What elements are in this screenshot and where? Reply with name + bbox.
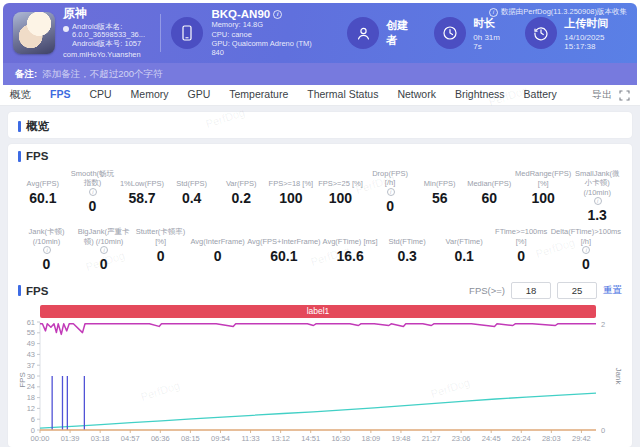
- metric-cell: SmallJank(微小卡顿) (/10min)i1.3: [572, 169, 622, 223]
- tab-Memory[interactable]: Memory: [131, 88, 169, 102]
- svg-text:29:42: 29:42: [572, 434, 591, 443]
- metric-label: MedRange(FPS)[%]: [515, 169, 571, 188]
- export-button[interactable]: 导出: [592, 88, 612, 102]
- metric-label: Std(FPS): [168, 169, 216, 188]
- series-InterFrame: [40, 393, 596, 428]
- metric-cell: Delta(FTime)>100ms [/h]i0: [550, 227, 622, 272]
- info-icon[interactable]: i: [43, 246, 51, 254]
- svg-text:06:36: 06:36: [151, 434, 170, 443]
- tab-概览[interactable]: 概览: [10, 88, 31, 102]
- phone-icon: [171, 17, 203, 49]
- metric-cell: BigJank(严重卡顿) (/10min)i0: [75, 227, 132, 272]
- metric-value: 0.1: [437, 248, 492, 264]
- tab-Battery[interactable]: Battery: [524, 88, 557, 102]
- chart-label-bar: label1: [40, 305, 596, 318]
- metric-cell: Min(FPS)56: [415, 169, 465, 223]
- info-icon[interactable]: i: [582, 246, 590, 254]
- metric-value: 0.3: [380, 248, 435, 264]
- metric-cell: 1%Low(FPS)58.7: [117, 169, 167, 223]
- metric-cell: FPS>=25 [%]100: [316, 169, 366, 223]
- svg-text:0: 0: [601, 425, 605, 434]
- device-info-icon[interactable]: i: [273, 10, 282, 19]
- device-cpu: CPU: canoe: [211, 30, 325, 39]
- fullscreen-icon[interactable]: [619, 90, 630, 101]
- metric-value: 1.3: [573, 207, 621, 223]
- perfdog-report-page: 原神 Android版本名: 6.0.0_36598533_36... Andr…: [0, 0, 640, 447]
- svg-text:19:48: 19:48: [392, 434, 411, 443]
- metric-value: 100: [515, 190, 571, 206]
- metric-label: Min(FPS): [416, 169, 464, 188]
- metric-value: 0: [19, 256, 74, 272]
- svg-text:11:33: 11:33: [241, 434, 259, 443]
- info-icon: i: [489, 8, 498, 17]
- svg-text:12: 12: [27, 404, 35, 413]
- perfdog-version-note: i 数据由PerfDog(11.3.250908)版本收集: [489, 7, 627, 17]
- threshold-label: FPS(>=): [469, 285, 505, 296]
- upload-time-block: 上传时间 14/10/2025 15:17:38: [525, 16, 627, 51]
- metric-value: 0: [366, 198, 414, 214]
- metric-label: Median(FPS): [465, 169, 513, 188]
- metric-value: 56: [416, 190, 464, 206]
- svg-text:FPS: FPS: [18, 372, 27, 388]
- tab-Temperature[interactable]: Temperature: [229, 88, 288, 102]
- metric-value: 58.7: [118, 190, 166, 206]
- metric-label: FTime>=100ms [%]: [494, 227, 549, 246]
- metric-label: Avg(FPS+InterFrame): [247, 227, 320, 246]
- tab-FPS[interactable]: FPS: [50, 88, 70, 102]
- metric-value: 60.1: [19, 190, 67, 206]
- duration-value: 0h 31m 7s: [473, 33, 503, 51]
- tab-GPU[interactable]: GPU: [188, 88, 211, 102]
- metric-label: BigJank(严重卡顿) (/10min)i: [76, 227, 131, 254]
- svg-text:37: 37: [27, 361, 35, 370]
- metric-value: 0: [69, 198, 117, 214]
- fps-chart-header: FPS FPS(>=) 重置: [18, 281, 622, 301]
- metric-label: Delta(FTime)>100ms [/h]i: [551, 227, 621, 254]
- device-info-block: BKQ-AN90i Memory: 14.8G CPU: canoe GPU: …: [171, 8, 325, 58]
- clock-icon: [434, 17, 466, 49]
- metric-label: FPS>=18 [%]: [267, 169, 315, 188]
- metric-value: 0.4: [168, 190, 216, 206]
- info-icon[interactable]: i: [100, 246, 108, 254]
- tab-CPU[interactable]: CPU: [89, 88, 111, 102]
- svg-text:18: 18: [27, 393, 35, 402]
- info-icon[interactable]: i: [387, 188, 395, 196]
- metric-cell: Avg(FPS)60.1: [18, 169, 68, 223]
- svg-text:23:06: 23:06: [452, 434, 471, 443]
- reset-link[interactable]: 重置: [603, 284, 622, 297]
- metric-label: Avg(FPS): [19, 169, 67, 188]
- info-icon[interactable]: i: [594, 197, 602, 205]
- metric-value: 0: [190, 248, 245, 264]
- threshold-low-input[interactable]: [511, 282, 551, 299]
- creator-block: 创建者: [347, 17, 412, 49]
- metric-cell: Var(FTime)0.1: [436, 227, 493, 272]
- metric-value: 60: [465, 190, 513, 206]
- svg-text:14:51: 14:51: [301, 434, 320, 443]
- app-info-block: 原神 Android版本名: 6.0.0_36598533_36... Andr…: [13, 7, 150, 59]
- upload-time-label: 上传时间: [564, 16, 627, 31]
- metric-cell: MedRange(FPS)[%]100: [514, 169, 572, 223]
- info-icon[interactable]: i: [89, 188, 97, 196]
- threshold-high-input[interactable]: [557, 282, 597, 299]
- tab-Brightness[interactable]: Brightness: [455, 88, 505, 102]
- metric-value: 0.2: [217, 190, 265, 206]
- metric-label: Smooth(畅玩指数)i: [69, 169, 117, 196]
- metric-cell: Median(FPS)60: [464, 169, 514, 223]
- metric-label: Avg(FTime) [ms]: [323, 227, 378, 246]
- tab-Thermal Status[interactable]: Thermal Status: [307, 88, 378, 102]
- svg-text:26:24: 26:24: [512, 434, 531, 443]
- tab-Network[interactable]: Network: [397, 88, 436, 102]
- note-input[interactable]: 备注: 添加备注，不超过200个字符: [3, 63, 637, 85]
- metric-value: 0: [76, 256, 131, 272]
- metric-value: 100: [317, 190, 365, 206]
- report-header: 原神 Android版本名: 6.0.0_36598533_36... Andr…: [3, 3, 637, 63]
- metric-label: Jank(卡顿) (/10min)i: [19, 227, 74, 254]
- metric-label: Stutter(卡顿率) [%]: [133, 227, 188, 246]
- metric-cell: FPS>=18 [%]100: [266, 169, 316, 223]
- fps-section: FPS Avg(FPS)60.1Smooth(畅玩指数)i01%Low(FPS)…: [8, 144, 632, 447]
- fps-chart[interactable]: 61554943373024181260FPS00:0001:3903:1804…: [18, 318, 622, 446]
- svg-text:09:54: 09:54: [211, 434, 230, 443]
- metric-cell: Std(FPS)0.4: [167, 169, 217, 223]
- fps-title: FPS: [26, 150, 48, 162]
- metric-cell: Jank(卡顿) (/10min)i0: [18, 227, 75, 272]
- overview-title: 概览: [26, 119, 49, 134]
